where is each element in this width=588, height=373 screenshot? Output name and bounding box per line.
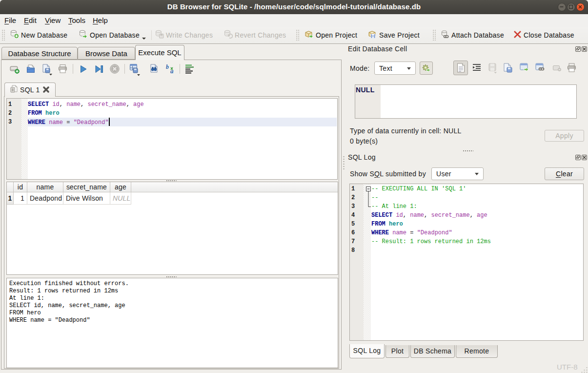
svg-text:b: b [166,63,169,70]
